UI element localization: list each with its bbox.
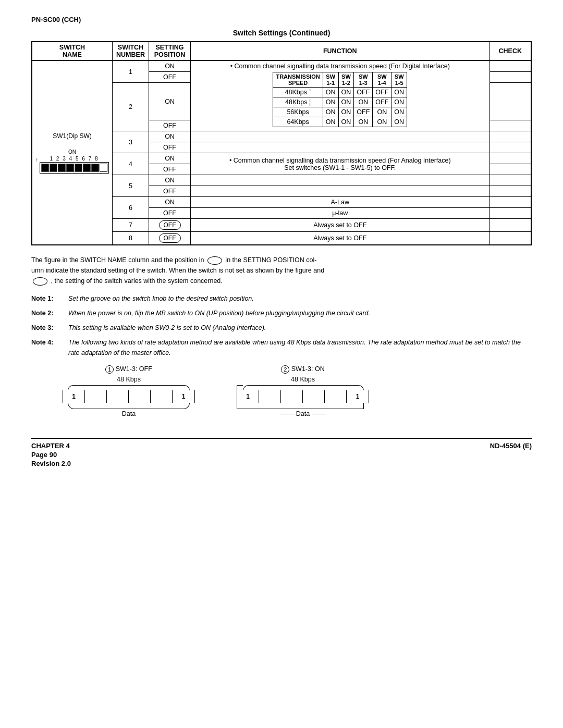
function-empty-3on: [191, 131, 490, 142]
note-1: Note 1: Set the groove on the switch kno…: [31, 293, 532, 304]
rate-diagram-2-kbps: 48 Kbps: [291, 376, 315, 383]
function-digital-interface: • Common channel signalling data transmi…: [191, 60, 490, 131]
footer-revision: Revision 2.0: [31, 460, 71, 467]
ih-sw13: SW1-3: [354, 72, 373, 88]
check-cell: [489, 219, 531, 232]
check-cell: [489, 175, 531, 186]
switch-num-7: 7: [113, 219, 149, 232]
check-cell: [489, 186, 531, 197]
ih-sw12: SW1-2: [338, 72, 354, 88]
rate-diagram-2-label: ─── Data ───: [280, 410, 326, 417]
pos-5-off: OFF: [149, 186, 191, 197]
speed-48b: 48Kbps ¦: [273, 97, 323, 107]
col-header-check: CHECK: [489, 42, 531, 60]
on-label: ON: [68, 149, 76, 155]
check-cell: [489, 197, 531, 208]
function-ulaw: μ-law: [191, 208, 490, 219]
rate-cells-2: 1 1: [237, 390, 369, 403]
header-title: PN-SC00 (CCH): [31, 16, 81, 23]
figure-text: The figure in the SWITCH NAME column and…: [31, 255, 532, 286]
check-cell: [489, 131, 531, 142]
pos-3-off: OFF: [149, 142, 191, 153]
pos-8-off: OFF: [149, 232, 191, 245]
col-header-setting: SETTINGPOSITION: [149, 42, 191, 60]
switch-num-3: 3: [113, 131, 149, 153]
pos-4-on: ON: [149, 153, 191, 164]
note-4-label: Note 4:: [31, 337, 65, 358]
note-2-text: When the power is on, flip the MB switch…: [68, 308, 370, 318]
note-2-label: Note 2:: [31, 308, 65, 318]
pos-4-off: OFF: [149, 164, 191, 175]
page-header: PN-SC00 (CCH): [31, 16, 532, 23]
note-3-label: Note 3:: [31, 323, 65, 333]
function-alaw: A-Law: [191, 197, 490, 208]
inner-table: TRANSMISSIONSPEED SW1-1 SW1-2 SW1-3 SW1-…: [273, 72, 407, 127]
col-header-switch-number: SWITCHNUMBER: [113, 42, 149, 60]
function-sw7: Always set to OFF: [191, 219, 490, 232]
switch-num-5: 5: [113, 175, 149, 197]
check-cell: [489, 208, 531, 219]
col-header-switch-name: SWITCHNAME: [32, 42, 113, 60]
function-empty-3off: [191, 142, 490, 153]
pos-7-off: OFF: [149, 219, 191, 232]
ih-sw11: SW1-1: [323, 72, 338, 88]
speed-64: 64Kbps: [273, 117, 323, 127]
arrow-label: ↑: [35, 156, 38, 163]
footer-right: ND-45504 (E): [490, 442, 532, 468]
sw1-label: SW1(Dip SW): [35, 132, 109, 140]
rate-cells-1: 1 1: [63, 390, 195, 403]
check-cell: [489, 72, 531, 83]
speed-48a: 48Kbps ¨: [273, 88, 323, 97]
note-4-text: The following two kinds of rate adaptati…: [68, 337, 532, 358]
inner-header-row: TRANSMISSIONSPEED SW1-1 SW1-2 SW1-3 SW1-…: [273, 72, 407, 88]
rate-diagrams-section: 1 SW1-3: OFF 48 Kbps 1 1 Data 2 SW1-3: O…: [31, 365, 532, 417]
pos-3-on: ON: [149, 131, 191, 142]
page-footer: CHAPTER 4 Page 90 Revision 2.0 ND-45504 …: [31, 438, 532, 468]
col-header-function: FUNCTION: [191, 42, 490, 60]
function-empty-5off: [191, 186, 490, 197]
switch-num-8: 8: [113, 232, 149, 245]
speed-56: 56Kbps: [273, 107, 323, 117]
ih-sw14: SW1-4: [373, 72, 391, 88]
inner-table-row: 64Kbps ON ON ON ON ON: [273, 117, 407, 127]
rate-diagram-1-kbps: 48 Kbps: [117, 376, 141, 383]
pos-1-on: ON: [149, 60, 191, 72]
rate-diagram-1-label: Data: [122, 410, 136, 417]
table-header-row: SWITCHNAME SWITCHNUMBER SETTINGPOSITION …: [32, 42, 531, 60]
check-cell: [489, 142, 531, 153]
note-4: Note 4: The following two kinds of rate …: [31, 337, 532, 358]
ih-sw15: SW1-5: [391, 72, 407, 88]
oval-indicator-1: [207, 256, 222, 265]
footer-page: Page 90: [31, 451, 71, 459]
rate-diagram-2: 2 SW1-3: ON 48 Kbps 1 1 ─── Data ───: [237, 365, 369, 417]
switch-name-cell: SW1(Dip SW) ON ↑ 1 2 3 4 5 6 7 8: [32, 60, 113, 245]
function-empty-5on: [191, 175, 490, 186]
check-cell: [489, 120, 531, 131]
pos-2-off: OFF: [149, 120, 191, 131]
rate-diagram-2-title: 2 SW1-3: ON: [281, 365, 324, 374]
dip-numbers: 1 2 3 4 5 6 7 8: [40, 156, 109, 162]
dip-switch-visual: [40, 162, 109, 174]
check-cell: [489, 164, 531, 175]
ih-speed: TRANSMISSIONSPEED: [273, 72, 323, 88]
switch-num-2: 2: [113, 83, 149, 131]
pos-6-on: ON: [149, 197, 191, 208]
inner-table-row: 48Kbps ¦ ON ON ON OFF ON: [273, 97, 407, 107]
footer-docnum: ND-45504 (E): [490, 442, 532, 450]
rate-diagram-1: 1 SW1-3: OFF 48 Kbps 1 1 Data: [63, 365, 195, 417]
check-cell: [489, 83, 531, 120]
section-title: Switch Settings (Continued): [31, 29, 532, 37]
main-table: SWITCHNAME SWITCHNUMBER SETTINGPOSITION …: [31, 41, 532, 245]
note-3: Note 3: This setting is available when S…: [31, 323, 532, 333]
notes-section: Note 1: Set the groove on the switch kno…: [31, 293, 532, 358]
switch-num-4: 4: [113, 153, 149, 175]
inner-table-row: 48Kbps ¨ ON ON OFF OFF ON: [273, 88, 407, 97]
note-1-label: Note 1:: [31, 293, 65, 304]
switch-num-1: 1: [113, 60, 149, 83]
rate-diagram-1-title: 1 SW1-3: OFF: [105, 365, 152, 374]
pos-2-on: ON: [149, 83, 191, 120]
check-cell: [489, 232, 531, 245]
inner-table-row: 56Kbps ON ON OFF ON ON: [273, 107, 407, 117]
table-row: SW1(Dip SW) ON ↑ 1 2 3 4 5 6 7 8: [32, 60, 531, 72]
pos-6-off: OFF: [149, 208, 191, 219]
